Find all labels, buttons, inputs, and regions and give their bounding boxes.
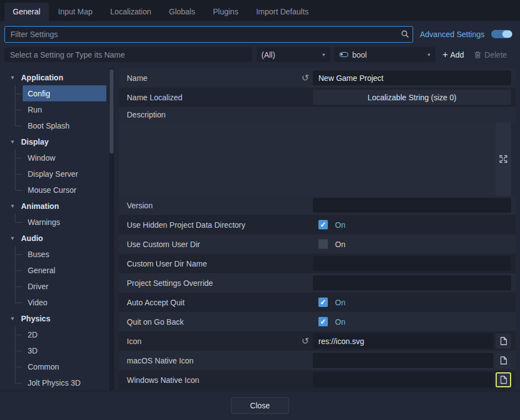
tree-category-physics[interactable]: ▾ Physics <box>10 310 114 326</box>
checkbox-state-label: On <box>335 240 346 249</box>
expand-icon[interactable] <box>500 155 507 163</box>
filter-settings-input[interactable] <box>5 30 397 39</box>
tree-item-label: Mouse Cursor <box>28 186 76 194</box>
checkbox-checked[interactable]: ✓ <box>318 317 328 326</box>
trash-icon <box>474 51 481 59</box>
setting-row-windows-native-icon: Windows Native Icon <box>119 370 516 390</box>
setting-label: Auto Accept Quit <box>127 298 184 307</box>
tree-item-2d[interactable]: 2D <box>23 326 106 342</box>
tree-category-audio[interactable]: ▾ Audio <box>10 230 114 246</box>
plus-icon: + <box>442 50 448 59</box>
setting-label: Icon <box>127 337 141 346</box>
windows-icon-file-browse-button[interactable] <box>496 372 511 387</box>
checkbox-checked[interactable]: ✓ <box>318 298 328 307</box>
tree-item-3d[interactable]: 3D <box>23 342 106 358</box>
tab-globals[interactable]: Globals <box>161 3 203 21</box>
tree-category-display[interactable]: ▾ Display <box>10 134 114 150</box>
tree-item-common[interactable]: Common <box>23 358 106 375</box>
setting-label: Windows Native Icon <box>127 376 199 385</box>
chevron-down-icon: ▾ <box>11 203 17 209</box>
setting-row-description: Description <box>119 107 516 122</box>
tree-item-display-server[interactable]: Display Server <box>23 166 106 182</box>
file-icon <box>500 356 507 365</box>
localizable-string-button[interactable]: Localizable String (size 0) <box>313 90 511 105</box>
checkbox-state-label: On <box>335 298 346 307</box>
setting-row-use-custom-user-dir: Use Custom User Dir On <box>119 234 516 254</box>
tree-item-config[interactable]: Config <box>23 85 106 101</box>
description-textarea[interactable] <box>119 122 496 196</box>
delete-button[interactable]: Delete <box>471 50 509 59</box>
checkbox-state-label: On <box>335 221 346 229</box>
revert-icon[interactable]: ↺ <box>302 74 309 83</box>
search-icon <box>397 30 413 38</box>
tree-category-label: Application <box>21 73 63 82</box>
tree-category-label: Physics <box>21 314 50 323</box>
project-settings-override-field[interactable] <box>313 275 511 290</box>
filter-settings-searchbox <box>4 26 413 43</box>
setting-label: Name Localized <box>127 93 182 102</box>
tab-plugins[interactable]: Plugins <box>204 3 246 21</box>
add-button[interactable]: + Add <box>440 50 467 59</box>
macos-icon-file-browse-button[interactable] <box>496 353 511 368</box>
add-button-label: Add <box>450 50 464 59</box>
tree-category-label: Display <box>21 137 49 146</box>
windows-native-icon-field[interactable] <box>313 372 493 387</box>
sidebar-scrollbar-thumb[interactable] <box>110 69 114 153</box>
setting-row-auto-accept-quit: Auto Accept Quit ✓ On <box>119 293 516 312</box>
tree-item-buses[interactable]: Buses <box>23 246 106 262</box>
macos-native-icon-field[interactable] <box>313 353 493 368</box>
toggle-knob <box>502 30 512 38</box>
setting-row-icon: Icon ↺ res://icon.svg <box>119 331 516 351</box>
type-filter-dropdown[interactable]: bool ▾ <box>334 47 435 62</box>
setting-label: Description <box>127 110 166 119</box>
sidebar-scrollbar[interactable] <box>109 68 114 391</box>
checkbox-unchecked[interactable] <box>318 239 328 249</box>
tree-item-boot-splash[interactable]: Boot Splash <box>23 117 106 134</box>
tree-item-run[interactable]: Run <box>23 101 106 117</box>
icon-path-field[interactable]: res://icon.svg <box>313 334 493 349</box>
tree-item-video[interactable]: Video <box>23 294 106 310</box>
bool-type-icon <box>339 52 348 57</box>
type-filter-value: bool <box>352 50 367 59</box>
name-field[interactable]: New Game Project <box>313 70 511 85</box>
tree-item-window[interactable]: Window <box>23 150 106 166</box>
tree-item-driver[interactable]: Driver <box>23 278 106 294</box>
tree-item-label: 2D <box>28 330 38 339</box>
localizable-string-label: Localizable String (size 0) <box>368 93 456 102</box>
setting-label: Quit on Go Back <box>127 317 184 326</box>
setting-row-version: Version <box>119 196 516 215</box>
tree-item-label: Boot Splash <box>28 121 70 130</box>
version-field[interactable] <box>313 198 511 213</box>
tab-import-defaults[interactable]: Import Defaults <box>248 3 317 21</box>
tree-item-general[interactable]: General <box>23 262 106 278</box>
tree-item-label: General <box>28 266 55 275</box>
close-button[interactable]: Close <box>231 397 289 414</box>
tree-item-warnings[interactable]: Warnings <box>23 214 106 230</box>
tree-item-jolt-physics-3d[interactable]: Jolt Physics 3D <box>23 375 106 391</box>
setting-label: Custom User Dir Name <box>127 259 207 268</box>
tree-item-label: Config <box>28 89 50 98</box>
tree-item-label: Driver <box>28 282 48 291</box>
revert-icon[interactable]: ↺ <box>302 337 309 346</box>
tree-item-label: Window <box>28 153 55 162</box>
tree-item-label: Warnings <box>28 218 60 227</box>
tree-category-application[interactable]: ▾ Application <box>10 69 114 85</box>
custom-user-dir-name-field[interactable] <box>313 256 511 271</box>
settings-panel: Name ↺ New Game Project Name Localized L… <box>119 68 516 391</box>
icon-file-browse-button[interactable] <box>496 334 511 349</box>
tab-general[interactable]: General <box>4 3 49 21</box>
feature-filter-dropdown[interactable]: (All) ▾ <box>256 47 330 62</box>
checkbox-checked[interactable]: ✓ <box>318 220 328 229</box>
setting-label: macOS Native Icon <box>127 356 194 365</box>
chevron-down-icon: ▾ <box>11 315 17 321</box>
setting-row-quit-on-go-back: Quit on Go Back ✓ On <box>119 312 516 331</box>
tree-category-animation[interactable]: ▾ Animation <box>10 198 114 214</box>
tab-input-map[interactable]: Input Map <box>50 3 101 21</box>
tree-item-mouse-cursor[interactable]: Mouse Cursor <box>23 182 106 198</box>
setting-name-input[interactable] <box>4 47 252 62</box>
tree-item-label: Video <box>28 298 48 307</box>
setting-label: Name <box>127 74 147 83</box>
advanced-settings-toggle[interactable] <box>491 30 512 38</box>
tab-localization[interactable]: Localization <box>102 3 159 21</box>
tree-item-label: Display Server <box>28 170 78 178</box>
